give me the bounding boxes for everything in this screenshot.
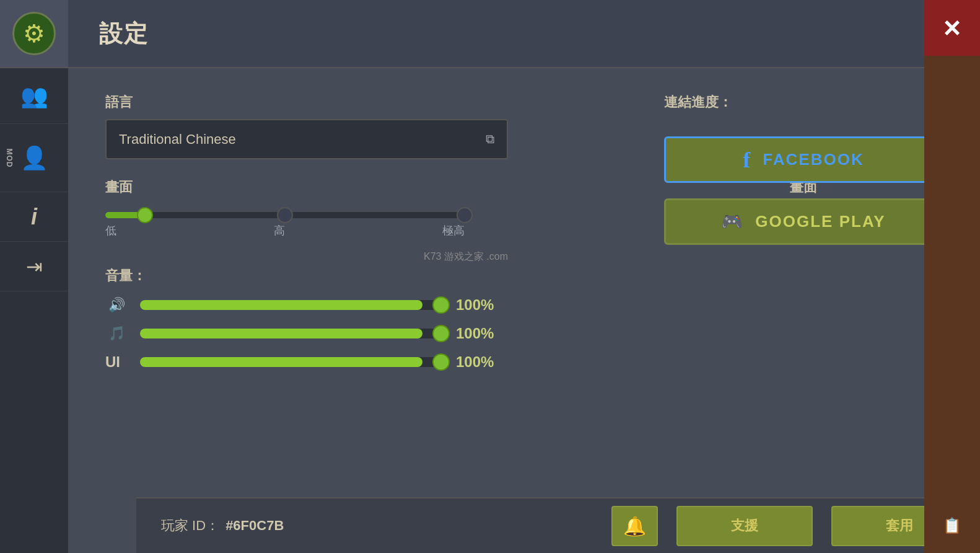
volume-music-icon: 🎵 — [105, 325, 128, 342]
right-edge-icon: 📋 — [943, 517, 961, 534]
support-button[interactable]: 支援 — [676, 506, 813, 546]
watermark: K73 游戏之家 .com — [105, 250, 508, 263]
volume-sfx-thumb[interactable] — [432, 296, 450, 314]
language-dropdown[interactable]: Traditional Chinese ⧉ — [105, 119, 508, 159]
right-edge-panel: 📋 — [924, 0, 980, 553]
graphics-slider-thumb-ultra[interactable] — [457, 207, 473, 223]
right-panel: 連結進度： f FACEBOOK 🎮 GOOGLE PLAY — [664, 93, 943, 245]
graphics-slider-container — [105, 212, 753, 218]
info-icon: i — [31, 204, 37, 230]
connection-label: 連結進度： — [664, 93, 943, 112]
player-id-section: 玩家 ID： #6F0C7B — [161, 516, 593, 535]
volume-music-thumb[interactable] — [432, 325, 450, 342]
google-play-label: GOOGLE PLAY — [755, 212, 885, 231]
volume-sfx-slider[interactable] — [140, 300, 444, 310]
volume-ui-fill — [140, 357, 422, 367]
facebook-button[interactable]: f FACEBOOK — [664, 136, 943, 183]
sidebar-item-mode[interactable]: MOD 👤 — [0, 124, 68, 192]
people-icon: 👥 — [20, 83, 48, 109]
graphics-slider-thumb-low[interactable] — [137, 207, 153, 223]
graphics-slider-labels: 低 高 極高 — [105, 223, 465, 238]
sidebar-item-people[interactable]: 👥 — [0, 68, 68, 124]
volume-sfx-icon: 🔊 — [105, 297, 128, 313]
exit-icon: ⇥ — [26, 255, 43, 278]
gamepad-icon: 🎮 — [721, 211, 743, 232]
mode-label: MOD — [5, 148, 14, 167]
facebook-f-icon: f — [743, 147, 750, 173]
main-content: 設定 語言 Traditional Chinese ⧉ 畫面 — [68, 0, 924, 553]
bell-icon: 🔔 — [623, 515, 646, 537]
sidebar-item-exit[interactable]: ⇥ — [0, 242, 68, 291]
gear-icon-wrap: ⚙ — [12, 12, 56, 55]
close-icon: × — [943, 13, 961, 43]
page-title: 設定 — [99, 18, 149, 50]
volume-music-row: 🎵 100% — [105, 325, 887, 342]
volume-sfx-row: 🔊 100% — [105, 296, 887, 314]
volume-label: 音量： — [105, 267, 887, 285]
volume-ui-row: UI 100% — [105, 353, 887, 371]
player-id-label: 玩家 ID： — [161, 516, 219, 535]
volume-ui-label: UI — [105, 353, 128, 371]
volume-sfx-percent: 100% — [456, 296, 499, 314]
facebook-label: FACEBOOK — [763, 150, 864, 169]
support-label: 支援 — [731, 516, 758, 535]
person-icon: 👤 — [20, 145, 48, 171]
sidebar-settings-active[interactable]: ⚙ — [0, 0, 68, 68]
graphics-slider-track[interactable] — [105, 212, 465, 218]
close-button[interactable]: × — [924, 0, 980, 56]
volume-music-percent: 100% — [456, 325, 499, 342]
gear-icon: ⚙ — [23, 19, 45, 48]
apply-label: 套用 — [886, 516, 913, 535]
volume-music-fill — [140, 329, 422, 338]
google-play-button[interactable]: 🎮 GOOGLE PLAY — [664, 198, 943, 245]
graphics-label-high: 高 — [274, 223, 285, 238]
graphics-label-ultra: 極高 — [442, 223, 465, 238]
graphics-label: 畫面 — [105, 178, 753, 197]
graphics-slider-section: 畫面 低 高 極高 — [105, 178, 753, 238]
volume-ui-slider[interactable] — [140, 357, 444, 367]
sidebar: ⚙ 👥 MOD 👤 i ⇥ — [0, 0, 68, 553]
external-link-icon: ⧉ — [486, 132, 494, 146]
volume-sfx-fill — [140, 300, 422, 310]
volume-ui-thumb[interactable] — [432, 353, 450, 371]
bottom-bar: 玩家 ID： #6F0C7B 🔔 支援 套用 — [136, 497, 980, 553]
volume-ui-percent: 100% — [456, 353, 499, 371]
language-value: Traditional Chinese — [119, 131, 236, 148]
player-id-value: #6F0C7B — [225, 518, 284, 534]
graphics-label-low: 低 — [105, 223, 116, 238]
sidebar-item-info[interactable]: i — [0, 192, 68, 242]
graphics-slider-thumb-high[interactable] — [277, 207, 293, 223]
header: 設定 — [68, 0, 924, 68]
volume-section: 音量： 🔊 100% 🎵 100% U — [105, 267, 887, 382]
bell-button[interactable]: 🔔 — [611, 506, 658, 546]
volume-music-slider[interactable] — [140, 329, 444, 338]
